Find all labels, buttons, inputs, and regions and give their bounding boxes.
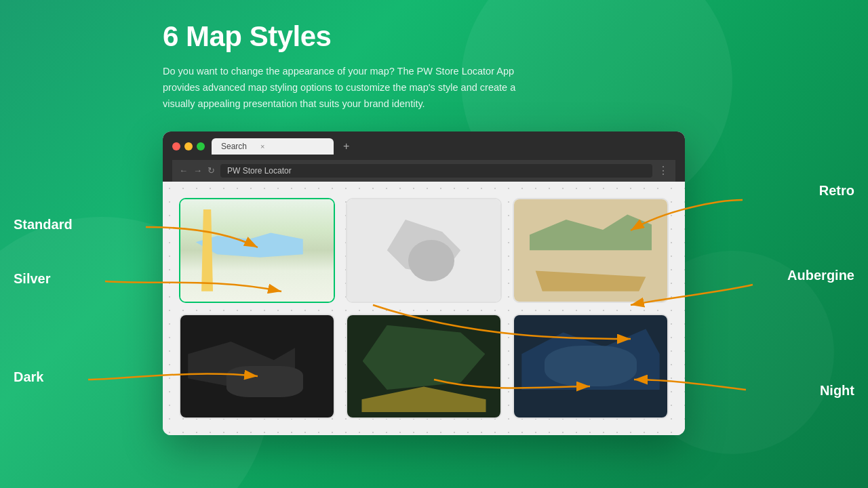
- map-card-retro[interactable]: [513, 198, 669, 303]
- minimize-traffic-light[interactable]: [184, 142, 193, 150]
- map-card-aubergine[interactable]: [346, 314, 502, 419]
- browser-top-bar: Search × +: [172, 138, 675, 155]
- label-retro: Retro: [819, 183, 854, 199]
- address-input[interactable]: PW Store Locator: [220, 164, 652, 178]
- back-button[interactable]: ←: [179, 165, 188, 176]
- map-card-dark[interactable]: [179, 314, 335, 419]
- map-card-standard[interactable]: [179, 198, 335, 303]
- map-preview-night: [514, 315, 667, 418]
- main-content: 6 Map Styles Do you want to change the a…: [163, 20, 692, 435]
- map-preview-standard: [180, 199, 334, 302]
- browser-window: Search × + ← → ↻ PW Store Locator ⋮: [163, 131, 685, 435]
- browser-address-bar: ← → ↻ PW Store Locator ⋮: [172, 160, 675, 182]
- close-traffic-light[interactable]: [172, 142, 180, 150]
- map-preview-aubergine: [347, 315, 500, 418]
- map-preview-retro: [514, 199, 667, 302]
- label-standard: Standard: [14, 217, 73, 232]
- forward-button[interactable]: →: [193, 165, 202, 176]
- map-grid: [163, 182, 685, 435]
- browser-titlebar: Search × + ← → ↻ PW Store Locator ⋮: [163, 131, 685, 182]
- browser-tab[interactable]: Search ×: [212, 138, 334, 155]
- label-aubergine: Aubergine: [787, 268, 854, 283]
- page-title: 6 Map Styles: [163, 20, 692, 53]
- address-text: PW Store Locator: [227, 166, 292, 176]
- page-description: Do you want to change the appearance of …: [163, 64, 549, 113]
- label-silver: Silver: [14, 271, 50, 287]
- map-preview-dark: [180, 315, 334, 418]
- map-card-night[interactable]: [513, 314, 669, 419]
- maximize-traffic-light[interactable]: [197, 142, 205, 150]
- traffic-lights: [172, 142, 205, 150]
- map-card-silver[interactable]: [346, 198, 502, 303]
- tab-close-button[interactable]: ×: [260, 142, 264, 150]
- map-preview-silver: [347, 199, 500, 302]
- label-dark: Dark: [14, 369, 43, 385]
- new-tab-button[interactable]: +: [343, 140, 349, 152]
- tab-title: Search: [221, 142, 247, 151]
- browser-menu-button[interactable]: ⋮: [658, 164, 669, 177]
- reload-button[interactable]: ↻: [208, 165, 215, 176]
- label-night: Night: [820, 383, 854, 399]
